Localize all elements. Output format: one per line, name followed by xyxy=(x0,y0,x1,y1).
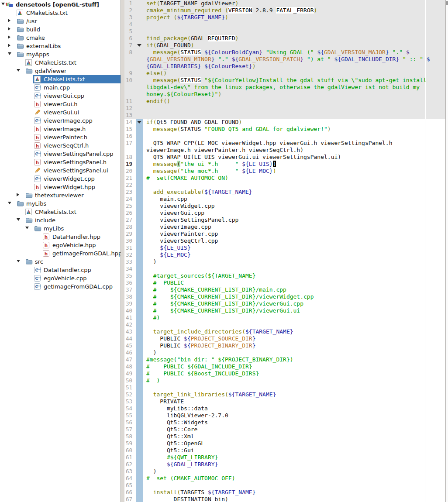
code-line[interactable]: Qt5::Gui xyxy=(146,447,194,454)
fold-region-bar[interactable] xyxy=(136,126,143,133)
line-number[interactable]: 58 xyxy=(124,433,132,440)
code-line[interactable]: else() xyxy=(146,70,167,77)
fold-region-bar[interactable] xyxy=(136,398,143,405)
line-number[interactable]: 21 xyxy=(124,175,132,182)
line-number[interactable]: 47 xyxy=(124,356,132,363)
code-line[interactable]: # set(CMAKE_AUTOMOC ON) xyxy=(146,175,228,182)
line-number[interactable]: 11 xyxy=(124,98,132,105)
fold-region-bar[interactable] xyxy=(136,447,143,454)
fold-region-bar[interactable] xyxy=(136,349,143,356)
line-number[interactable]: 42 xyxy=(124,321,132,328)
code-line[interactable]: Qt5::Xml xyxy=(146,433,194,440)
line-number[interactable]: 43 xyxy=(124,328,132,335)
code-line[interactable]: viewerWidget.cpp xyxy=(146,203,215,210)
fold-region-bar[interactable] xyxy=(136,405,143,412)
line-number[interactable]: 38 xyxy=(124,293,132,300)
line-number[interactable]: 29 xyxy=(124,230,132,237)
code-line[interactable]: PRIVATE xyxy=(146,398,184,405)
fold-region-bar[interactable] xyxy=(136,419,143,426)
line-number[interactable]: 57 xyxy=(124,426,132,433)
code-line[interactable]: libgdal-dev\" from the linux packages, o… xyxy=(146,84,420,91)
line-number[interactable]: 20 xyxy=(124,168,132,175)
line-number[interactable]: 17 xyxy=(124,140,132,147)
code-line[interactable]: target_link_libraries(${TARGET_NAME} xyxy=(146,391,276,398)
tree-item[interactable]: C++viewerSettingsPanel.cpp xyxy=(0,150,121,158)
fold-region-bar[interactable] xyxy=(136,210,143,217)
code-line[interactable]: ) xyxy=(146,258,156,265)
expander-collapsed-icon[interactable] xyxy=(8,19,10,22)
code-line[interactable]: # ) xyxy=(146,377,160,384)
fold-region-bar[interactable] xyxy=(136,475,143,482)
code-line[interactable]: cmake_minimum_required (VERSION 2.8.9 FA… xyxy=(146,7,317,14)
fold-arrow-icon[interactable] xyxy=(137,44,141,47)
line-number[interactable]: 62 xyxy=(124,461,132,468)
line-number[interactable]: 48 xyxy=(124,363,132,370)
line-number[interactable]: 14 xyxy=(124,119,132,126)
fold-region-bar[interactable] xyxy=(136,328,143,335)
code-line[interactable]: # PUBLIC ${GDAL_INCLUDE_DIR} xyxy=(146,363,252,370)
tree-item[interactable]: hDataHandler.hpp xyxy=(0,233,121,241)
fold-region-bar[interactable] xyxy=(136,251,143,258)
fold-region-bar[interactable] xyxy=(136,237,143,244)
tree-item[interactable]: C++DataHandler.cpp xyxy=(0,266,121,274)
code-line[interactable]: endif() xyxy=(146,98,170,105)
line-number[interactable]: 7 xyxy=(124,42,132,49)
fold-region-bar[interactable] xyxy=(136,440,143,447)
line-number[interactable]: 52 xyxy=(124,391,132,398)
line-number[interactable]: 4 xyxy=(124,21,132,28)
code-line[interactable]: find_package(GDAL REQUIRED) xyxy=(146,35,238,42)
tree-item[interactable]: cmake xyxy=(0,34,121,42)
tree-item[interactable]: viewerSettingsPanel.ui xyxy=(0,166,121,175)
code-line[interactable]: honey.${ColourReset}") xyxy=(146,91,221,98)
fold-region-bar[interactable] xyxy=(136,147,143,154)
code-line[interactable]: {GDAL_LIBRARIES} ${ColourReset}) xyxy=(146,63,255,70)
code-line[interactable]: libQGLViewer-2.7.0 xyxy=(146,412,228,419)
fold-region-bar[interactable] xyxy=(136,182,143,189)
code-line[interactable]: install(TARGETS ${TARGET_NAME} xyxy=(146,489,255,496)
fold-region-bar[interactable] xyxy=(136,412,143,419)
fold-region-bar[interactable] xyxy=(136,335,143,342)
fold-region-bar[interactable] xyxy=(136,356,143,363)
fold-region-bar[interactable] xyxy=(136,461,143,468)
code-line[interactable]: #${QWT_LIBRARY} xyxy=(146,454,218,461)
line-number[interactable]: 8 xyxy=(124,49,132,56)
line-number[interactable]: 28 xyxy=(124,223,132,230)
line-number[interactable]: 53 xyxy=(124,398,132,405)
fold-region-bar[interactable] xyxy=(136,426,143,433)
fold-region-bar[interactable] xyxy=(136,168,143,175)
line-number[interactable]: 41 xyxy=(124,314,132,321)
fold-region-bar[interactable] xyxy=(136,468,143,475)
line-number[interactable]: 22 xyxy=(124,182,132,189)
code-line[interactable]: viewerImage.h viewerPainter.h viewerSeqC… xyxy=(146,147,303,154)
code-line[interactable]: # ${CMAKE_CURRENT_LIST_DIR}/main.cpp xyxy=(146,286,286,293)
fold-region-bar[interactable] xyxy=(136,307,143,314)
tree-item[interactable]: viewerGui.ui xyxy=(0,108,121,117)
fold-region-bar[interactable] xyxy=(136,223,143,230)
code-line[interactable]: #message("bin dir: " ${PROJECT_BINARY_DI… xyxy=(146,356,293,363)
fold-region-bar[interactable] xyxy=(136,154,143,161)
line-number[interactable]: 54 xyxy=(124,405,132,412)
code-line[interactable]: Qt5::Core xyxy=(146,426,197,433)
line-number[interactable]: 67 xyxy=(124,496,132,502)
code-line[interactable]: #) xyxy=(146,314,160,321)
code-line[interactable]: PUBLIC ${PROJECT_SOURCE_DIR} xyxy=(146,335,255,342)
tree-item[interactable]: build xyxy=(0,25,121,34)
line-number[interactable]: 24 xyxy=(124,196,132,203)
code-line[interactable]: message(STATUS ${ColourBoldCyan} "Using … xyxy=(146,49,410,56)
tree-item[interactable]: C++viewerWidget.cpp xyxy=(0,175,121,183)
tree-item[interactable]: hgetImageFromGDAL.hpp xyxy=(0,249,121,258)
tree-item[interactable]: C++viewerGui.cpp xyxy=(0,92,121,100)
code-line[interactable]: viewerImage.cpp xyxy=(146,223,211,230)
fold-region-bar[interactable] xyxy=(136,203,143,210)
expander-expanded-icon[interactable] xyxy=(17,69,20,72)
line-number[interactable]: 30 xyxy=(124,237,132,244)
code-line[interactable]: viewerGui.cpp xyxy=(146,210,204,217)
tree-item[interactable]: CMakeLists.txt xyxy=(0,9,121,17)
line-number[interactable]: 55 xyxy=(124,412,132,419)
code-line[interactable]: project (${TARGET_NAME}) xyxy=(146,14,228,21)
fold-region-bar[interactable] xyxy=(136,279,143,286)
tree-item[interactable]: src xyxy=(0,258,121,266)
code-line[interactable]: set(TARGET_NAME gdalViewer) xyxy=(146,0,238,7)
code-line[interactable]: message(STATUS "${ColourYellow}Install t… xyxy=(146,77,427,84)
line-number[interactable]: 65 xyxy=(124,482,132,489)
